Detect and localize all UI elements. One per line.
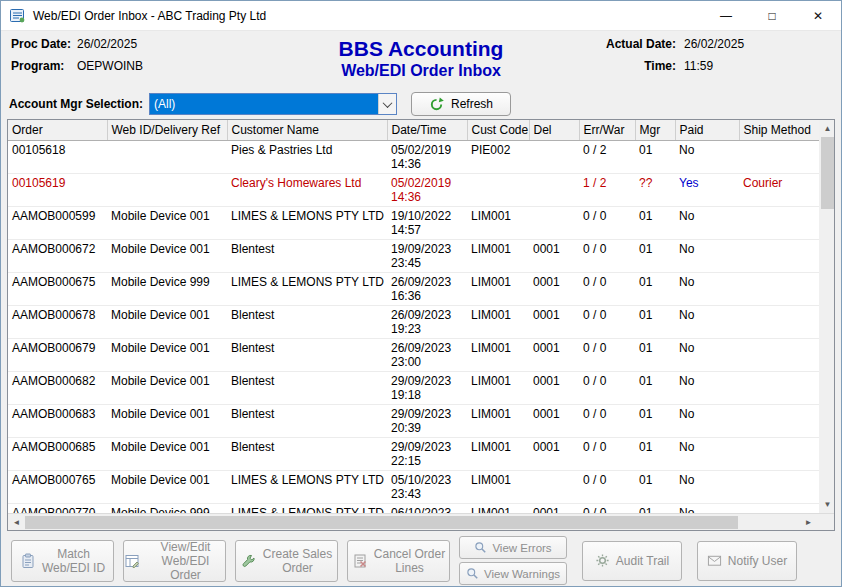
- cell-err-war: 0 / 0: [579, 503, 635, 513]
- cell-ship-method: [739, 371, 819, 404]
- magnifier-icon: [474, 541, 487, 554]
- cell-err-war: 0 / 2: [579, 140, 635, 173]
- cell-order: 00105619: [8, 173, 107, 206]
- horizontal-scroll-thumb[interactable]: [25, 516, 738, 529]
- minimize-button[interactable]: —: [703, 1, 749, 30]
- horizontal-scroll-track[interactable]: [25, 514, 800, 530]
- cell-web-id: Mobile Device 001: [107, 239, 227, 272]
- horizontal-scrollbar[interactable]: ◄ ►: [8, 514, 817, 530]
- cell-del: 0001: [529, 503, 579, 513]
- vertical-scroll-thumb[interactable]: [821, 137, 834, 209]
- scroll-right-icon[interactable]: ►: [800, 514, 817, 530]
- cell-mgr: 01: [635, 470, 675, 503]
- cell-err-war: 0 / 0: [579, 338, 635, 371]
- toolbar: Match Web/EDI ID View/Edit Web/EDI Order: [1, 531, 841, 586]
- table-row[interactable]: AAMOB000765Mobile Device 001LIMES & LEMO…: [8, 470, 819, 503]
- view-warnings-button[interactable]: View Warnings: [459, 562, 567, 585]
- scroll-down-icon[interactable]: ▼: [819, 496, 834, 513]
- table-row[interactable]: 00105618Pies & Pastries Ltd05/02/201914:…: [8, 140, 819, 173]
- column-header: Customer Name: [227, 120, 387, 140]
- table-row[interactable]: AAMOB000599Mobile Device 001LIMES & LEMO…: [8, 206, 819, 239]
- cell-datetime: 29/09/202322:15: [387, 437, 467, 470]
- cell-del: 0001: [529, 404, 579, 437]
- cell-order: AAMOB000679: [8, 338, 107, 371]
- cell-cust-code: LIM001: [467, 239, 529, 272]
- cell-customer: LIMES & LEMONS PTY LTD: [227, 470, 387, 503]
- maximize-button[interactable]: □: [749, 1, 795, 30]
- table-row[interactable]: AAMOB000682Mobile Device 001Blentest29/0…: [8, 371, 819, 404]
- table-row[interactable]: AAMOB000770Mobile Device 999LIMES & LEMO…: [8, 503, 819, 513]
- cell-mgr: 01: [635, 305, 675, 338]
- table-row[interactable]: AAMOB000679Mobile Device 001Blentest26/0…: [8, 338, 819, 371]
- cell-err-war: 0 / 0: [579, 371, 635, 404]
- cell-err-war: 0 / 0: [579, 239, 635, 272]
- cell-order: AAMOB000672: [8, 239, 107, 272]
- audit-trail-button[interactable]: Audit Trail: [582, 541, 682, 581]
- notify-user-button[interactable]: Notify User: [697, 541, 797, 581]
- header: Proc Date: 26/02/2025 Program: OEPWOINB …: [1, 31, 841, 89]
- cancel-document-icon: [352, 553, 368, 569]
- cell-mgr: 01: [635, 272, 675, 305]
- refresh-button[interactable]: Refresh: [411, 92, 511, 116]
- cell-ship-method: [739, 140, 819, 173]
- cell-mgr: 01: [635, 140, 675, 173]
- table-row[interactable]: AAMOB000672Mobile Device 001Blentest19/0…: [8, 239, 819, 272]
- match-webedi-id-button[interactable]: Match Web/EDI ID: [11, 540, 114, 582]
- view-edit-webedi-order-button[interactable]: View/Edit Web/EDI Order: [123, 540, 226, 582]
- title-bar: Web/EDI Order Inbox - ABC Trading Pty Lt…: [1, 1, 841, 31]
- cell-cust-code: PIE002: [467, 140, 529, 173]
- cell-order: AAMOB000765: [8, 470, 107, 503]
- table-row[interactable]: 00105619Cleary's Homewares Ltd05/02/2019…: [8, 173, 819, 206]
- table-row[interactable]: AAMOB000675Mobile Device 999LIMES & LEMO…: [8, 272, 819, 305]
- cell-web-id: Mobile Device 001: [107, 371, 227, 404]
- cell-datetime: 05/02/201914:36: [387, 173, 467, 206]
- table-row[interactable]: AAMOB000685Mobile Device 001Blentest29/0…: [8, 437, 819, 470]
- cell-paid: No: [675, 404, 739, 437]
- cell-web-id: Mobile Device 001: [107, 206, 227, 239]
- vertical-scrollbar[interactable]: ▲ ▼: [819, 120, 834, 513]
- view-errors-button[interactable]: View Errors: [459, 536, 567, 559]
- cell-paid: No: [675, 140, 739, 173]
- cell-web-id: Mobile Device 001: [107, 404, 227, 437]
- column-header: Del: [529, 120, 579, 140]
- cell-del: [529, 173, 579, 206]
- proc-date-label: Proc Date:: [11, 37, 77, 51]
- cell-cust-code: LIM001: [467, 371, 529, 404]
- cell-customer: Blentest: [227, 371, 387, 404]
- header-left: Proc Date: 26/02/2025 Program: OEPWOINB: [11, 37, 246, 89]
- cell-paid: No: [675, 305, 739, 338]
- cell-web-id: Mobile Device 001: [107, 470, 227, 503]
- cell-paid: No: [675, 338, 739, 371]
- cell-order: AAMOB000682: [8, 371, 107, 404]
- cancel-order-lines-button[interactable]: Cancel Order Lines: [347, 540, 450, 582]
- scroll-up-icon[interactable]: ▲: [819, 120, 834, 137]
- cell-order: AAMOB000675: [8, 272, 107, 305]
- cell-mgr: 01: [635, 206, 675, 239]
- cell-del: 0001: [529, 338, 579, 371]
- column-header: Date/Time: [387, 120, 467, 140]
- cell-cust-code: LIM001: [467, 404, 529, 437]
- cell-paid: No: [675, 437, 739, 470]
- combo-dropdown-button[interactable]: [378, 94, 396, 114]
- close-button[interactable]: ✕: [795, 1, 841, 30]
- cell-ship-method: [739, 470, 819, 503]
- scroll-left-icon[interactable]: ◄: [8, 514, 25, 530]
- table-row[interactable]: AAMOB000683Mobile Device 001Blentest29/0…: [8, 404, 819, 437]
- account-mgr-select[interactable]: (All): [149, 93, 397, 115]
- time-value: 11:59: [684, 59, 756, 73]
- cell-ship-method: [739, 272, 819, 305]
- cell-customer: LIMES & LEMONS PTY LTD: [227, 503, 387, 513]
- cell-web-id: Mobile Device 001: [107, 305, 227, 338]
- cell-customer: Blentest: [227, 305, 387, 338]
- cell-web-id: Mobile Device 001: [107, 437, 227, 470]
- create-sales-order-button[interactable]: Create Sales Order: [235, 540, 338, 582]
- vertical-scroll-track[interactable]: [819, 137, 834, 496]
- table-row[interactable]: AAMOB000678Mobile Device 001Blentest26/0…: [8, 305, 819, 338]
- account-mgr-label: Account Mgr Selection:: [9, 97, 143, 111]
- column-header: Web ID/Delivery Ref: [107, 120, 227, 140]
- time-label: Time:: [596, 59, 684, 73]
- cell-datetime: 19/10/202214:57: [387, 206, 467, 239]
- cell-ship-method: [739, 305, 819, 338]
- cell-datetime: 26/09/202316:36: [387, 272, 467, 305]
- cell-ship-method: [739, 437, 819, 470]
